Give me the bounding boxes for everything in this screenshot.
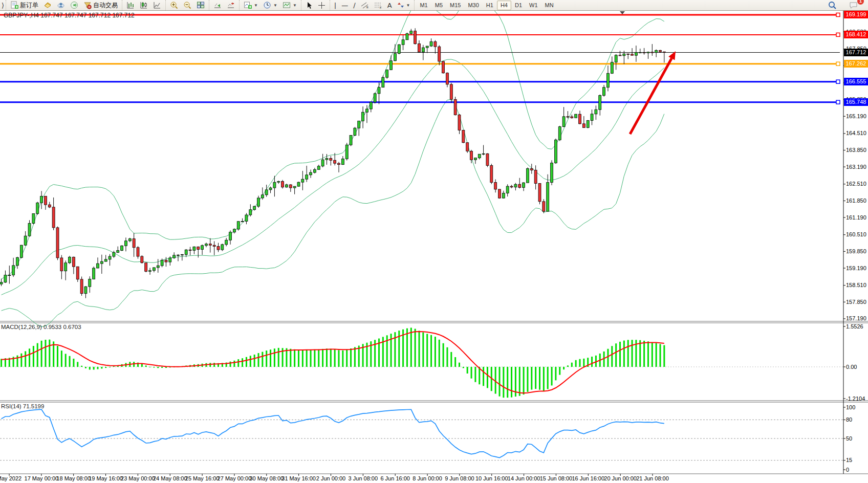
candle [261,195,264,198]
text-tool-button[interactable]: A [385,0,395,11]
macd-bar [145,365,147,367]
macd-bar [663,345,665,367]
chart-shift-button[interactable] [224,0,237,11]
channel-button[interactable]: E [358,0,372,11]
macd-bar [149,367,151,367]
timeframe-h4-button[interactable]: H4 [497,1,511,10]
search-button[interactable] [826,0,839,11]
trendline-button[interactable]: ∕ [351,0,358,11]
macd-bar [539,367,540,390]
macd-bar [77,362,78,367]
autotrade-label: 自动交易 [93,1,118,10]
auto-scroll-button[interactable] [211,0,224,11]
macd-bar [555,367,556,380]
arrows-tool-button[interactable]: ▼ [395,0,413,11]
chart-shift-marker[interactable] [620,11,625,14]
candle [619,55,621,56]
candle [350,136,352,145]
y-axis-tick-label: 163.190 [846,164,866,170]
cursor-button[interactable] [303,0,315,11]
tile-windows-button[interactable] [194,0,207,11]
candle [655,50,658,52]
timeframe-h1-button[interactable]: H1 [483,1,497,10]
objects-group: | — ∕ E F A [330,0,415,10]
candle [93,268,95,279]
macd-bar [435,337,436,367]
trend-arrow-line[interactable] [630,58,671,134]
candle [124,241,127,246]
level-line-handle[interactable] [836,100,840,104]
community-icon [57,1,65,9]
crosshair-button[interactable] [315,0,328,11]
macd-bar [318,349,319,367]
macd-bar [17,356,18,367]
chart-canvas[interactable] [0,0,868,483]
candle [321,160,324,166]
templates-button[interactable]: ▼ [280,0,299,11]
candle [510,186,513,187]
candle [104,259,107,261]
macd-bar [314,349,315,367]
bar-chart-button[interactable] [124,0,137,11]
candle [157,266,159,268]
timeframe-d1-button[interactable]: D1 [511,1,526,10]
new-order-icon [10,1,18,9]
candle [217,246,220,250]
candle [486,153,489,165]
candle [317,166,320,170]
level-line-handle[interactable] [836,80,840,83]
candle [97,264,99,268]
candle [554,140,557,163]
timeframe-m15-button[interactable]: M15 [446,1,464,10]
macd-bar [419,331,420,367]
vertical-line-button[interactable]: | [332,0,339,11]
macd-bar [527,367,528,392]
level-line-handle[interactable] [836,13,840,16]
candle-chart-button[interactable] [137,0,150,11]
candle [450,84,452,99]
macd-bar [73,359,74,367]
candle [378,87,380,94]
candle [310,172,312,175]
candle [518,184,521,187]
timeframe-mn-button[interactable]: MN [541,1,557,10]
timeframe-m5-button[interactable]: M5 [431,1,446,10]
zoom-out-button[interactable] [181,0,194,11]
timeframe-m1-button[interactable]: M1 [416,1,431,10]
fibonacci-button[interactable]: F [372,0,385,11]
candle [229,232,232,240]
price-level-badge: 167.262 [844,60,868,68]
new-order-label: 新订单 [20,1,38,10]
candle [149,271,151,272]
horizontal-line-button[interactable]: — [339,0,351,11]
candle [241,221,244,222]
timeframe-m30-button[interactable]: M30 [464,1,482,10]
candle [482,153,485,154]
timeframe-w1-button[interactable]: W1 [526,1,541,10]
periods-button[interactable]: ▼ [261,0,280,11]
macd-bar [37,343,38,367]
zoom-in-button[interactable] [167,0,181,11]
level-line-handle[interactable] [836,33,840,36]
candle [490,165,493,182]
toolbar-drag-handle-icon[interactable]: ⟩ [2,2,4,9]
new-order-button[interactable]: 新订单 [8,0,41,11]
macd-bar [615,343,617,367]
indicators-button[interactable]: ▼ [241,0,261,11]
cursor-icon [306,2,313,9]
candle [579,114,581,124]
macd-bar [454,357,456,367]
macd-bar [571,363,573,367]
signals-button[interactable] [68,0,81,11]
candle [297,182,300,186]
macd-bar [607,349,609,367]
candle [410,31,413,34]
market-button[interactable] [41,0,54,11]
line-chart-button[interactable] [150,0,164,11]
community-button[interactable] [54,0,68,11]
candle [169,258,171,262]
level-line-handle[interactable] [836,62,840,65]
notifications-button[interactable]: 1 [847,0,861,11]
chart-shift-icon [227,1,235,9]
autotrade-button[interactable]: 自动交易 [81,0,120,11]
